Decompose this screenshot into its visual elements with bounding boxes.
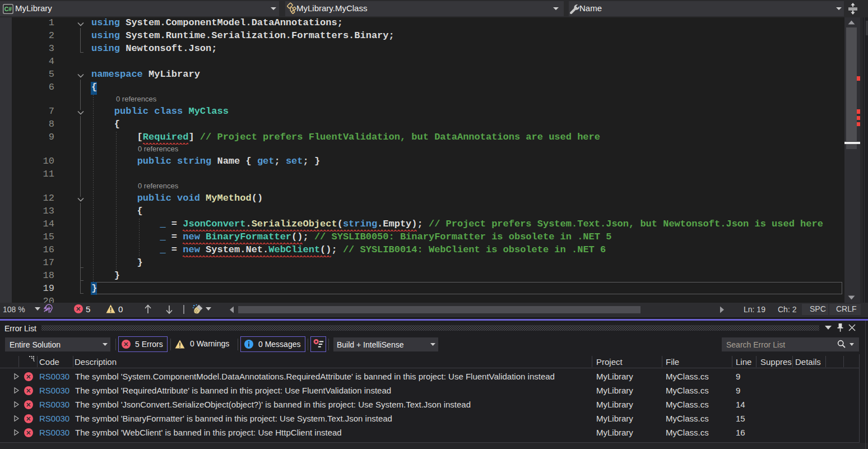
svg-text:C#: C#: [4, 6, 12, 12]
